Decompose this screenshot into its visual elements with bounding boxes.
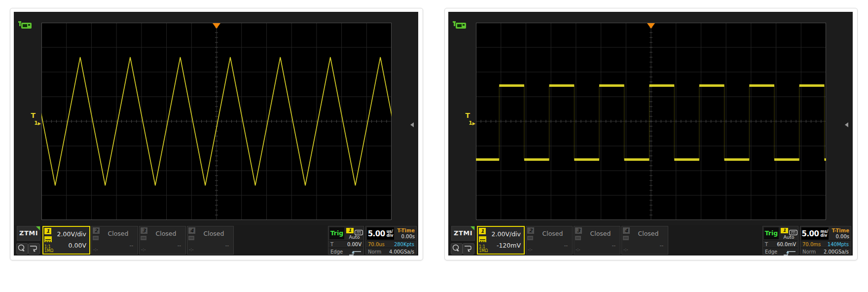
waveform-canvas: [476, 23, 826, 220]
trigger-level-marker[interactable]: T: [459, 112, 475, 119]
timebase-info-box[interactable]: 5.00 us/div T-Time 0.00s 70.0us 280Kpts …: [365, 226, 417, 255]
side-panel-collapse-arrow[interactable]: [410, 122, 414, 127]
channel-4-offset: --: [660, 243, 663, 248]
trigger-info-box[interactable]: Trig 1 Auto T 60.0mV Edge: [762, 226, 798, 255]
oscilloscope-right: T 1▶ ZTMI 1 1:11MΩ 2.00V/div -120mV 2 -:…: [444, 8, 858, 260]
channel-3-box[interactable]: 3 -:- Closed --: [139, 226, 186, 255]
channel-2-status: Closed: [99, 230, 138, 237]
channel-4-box[interactable]: 4 -:- Closed --: [621, 226, 668, 255]
trigger-mode: Auto: [345, 234, 363, 240]
channel-1-box[interactable]: 1 1:11MΩ 2.00V/div -120mV: [477, 226, 525, 255]
channel-1-box[interactable]: 1 1:11MΩ 2.00V/div 0.00V: [42, 226, 90, 255]
left-edge-markers: T 1▶: [459, 112, 475, 126]
trigger-position-marker[interactable]: [213, 23, 220, 29]
trigger-info-box[interactable]: Trig 1 Auto T 0.00V Edge: [328, 226, 364, 255]
ttime-value: 0.00s: [398, 234, 415, 239]
channel-4-status: Closed: [629, 230, 668, 237]
touch-knob-button[interactable]: [451, 243, 463, 255]
side-panel-collapse-arrow[interactable]: [845, 122, 848, 127]
trigger-position-marker[interactable]: [647, 23, 655, 29]
trigger-time: T-Time 0.00s: [832, 228, 849, 239]
channel-4-status: Closed: [194, 230, 233, 237]
coupling-off-icon: [93, 236, 99, 240]
trigger-coupling-icon: [355, 228, 363, 233]
trigger-level-row: T 0.00V: [328, 240, 363, 248]
brand-logo: ZTMI: [451, 226, 475, 241]
probe-off: -:-: [93, 248, 98, 252]
waveform-display: [41, 23, 392, 220]
trigger-level-value: 60.0mV: [777, 242, 796, 247]
trigger-mode: Auto: [780, 234, 798, 240]
channel-4-offset: --: [225, 243, 229, 248]
channel-1-badge: 1: [44, 228, 51, 234]
trigger-level-row: T 60.0mV: [763, 240, 798, 248]
arrow-right-icon: ▶: [472, 121, 475, 126]
trigger-type-row: Edge: [328, 248, 363, 255]
capture-window: 70.0us: [368, 242, 385, 247]
coupling-off-icon: [623, 236, 629, 240]
probe-off: -:-: [141, 248, 146, 252]
channel-2-box[interactable]: 2 -:- Closed --: [91, 226, 138, 255]
rising-edge-icon: [348, 249, 362, 255]
coupling-off-icon: [188, 236, 194, 240]
ttime-value: 0.00s: [832, 234, 849, 239]
memory-depth: 280Kpts: [394, 242, 414, 247]
channel-1-offset: 0.00V: [69, 242, 86, 249]
trigger-type-row: Edge: [763, 248, 798, 255]
channel-3-status: Closed: [146, 230, 185, 237]
touch-gesture-button[interactable]: [28, 243, 40, 255]
channel-3-status: Closed: [581, 230, 620, 237]
trigger-level-marker[interactable]: T: [25, 112, 40, 119]
acquire-mode: Norm: [802, 249, 816, 255]
probe-settings: 1:11MΩ: [479, 245, 488, 253]
probe-off: -:-: [528, 248, 533, 252]
channel-4-box[interactable]: 4 -:- Closed --: [187, 226, 234, 255]
touch-gesture-button[interactable]: [463, 243, 474, 255]
rising-edge-icon: [783, 249, 796, 255]
dc-coupling-icon: [479, 236, 486, 242]
trigger-source-badge: 1: [346, 228, 354, 233]
probe-settings: 1:11MΩ: [44, 245, 53, 253]
trigger-coupling-icon: [789, 228, 797, 233]
waveform-canvas: [41, 23, 392, 220]
channel1-position-marker[interactable]: 1▶: [459, 120, 475, 126]
ttime-label: T-Time: [398, 228, 415, 233]
channel-2-box[interactable]: 2 -:- Closed --: [526, 226, 573, 255]
acquire-row: Norm 2.00GSa/s: [800, 248, 851, 255]
channel-2-offset: --: [564, 243, 568, 248]
trigger-level-label: T: [330, 242, 333, 247]
memory-depth: 140Mpts: [828, 242, 849, 247]
touch-knob-button[interactable]: [16, 243, 28, 255]
trigger-level-label: T: [765, 242, 768, 247]
acquire-mode: Norm: [368, 249, 381, 255]
channel-3-offset: --: [178, 243, 181, 248]
channel-1-scale: 2.00V/div: [492, 230, 521, 238]
logo-corner-badge: [470, 226, 474, 230]
channel-1-badge: 1: [479, 228, 486, 234]
capture-window: 70.0ms: [802, 242, 821, 247]
sample-rate: 2.00GSa/s: [824, 249, 849, 255]
trigger-level-value: 0.00V: [347, 242, 362, 247]
channel-3-box[interactable]: 3 -:- Closed --: [574, 226, 620, 255]
channel1-position-marker[interactable]: 1▶: [25, 120, 40, 126]
channel-3-offset: --: [612, 243, 615, 248]
probe-off: -:-: [189, 248, 194, 252]
ttime-label: T-Time: [832, 228, 849, 233]
timebase-scale-box: 5.00 ms/div: [801, 227, 829, 240]
oscilloscope-left: T 1▶ ZTMI 1 1:11MΩ 2.00V/div 0.00V 2 -:-…: [10, 8, 423, 260]
trig-label: Trig: [764, 227, 779, 239]
probe-off: -:-: [623, 248, 628, 252]
arrow-right-icon: ▶: [38, 121, 40, 126]
timebase-value: 5.00: [801, 229, 819, 238]
timebase-info-box[interactable]: 5.00 ms/div T-Time 0.00s 70.0ms 140Mpts …: [800, 226, 851, 255]
scope-panel: T 1▶ ZTMI 1 1:11MΩ 2.00V/div 0.00V 2 -:-…: [14, 12, 418, 256]
trigger-source-badge: 1: [781, 228, 788, 233]
channel-1-offset: -120mV: [497, 242, 521, 249]
device-connected-icon: [18, 20, 33, 30]
sample-rate: 4.00GSa/s: [389, 249, 414, 255]
trigger-type: Edge: [765, 249, 777, 255]
probe-off: -:-: [576, 248, 580, 252]
timebase-unit: ms/div: [820, 230, 828, 238]
status-bar: ZTMI 1 1:11MΩ 2.00V/div 0.00V 2 -:- Clos…: [14, 225, 418, 256]
trigger-type: Edge: [330, 249, 343, 255]
